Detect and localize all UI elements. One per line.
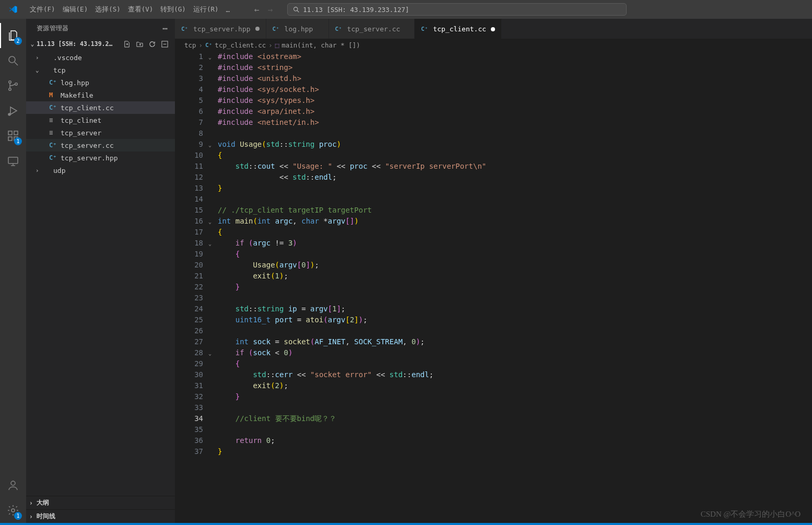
new-folder-icon[interactable]	[136, 40, 144, 48]
code-line[interactable]: std::string ip = argv[1];	[215, 304, 812, 314]
crumb-file[interactable]: tcp_client.cc	[215, 41, 266, 49]
svg-point-5	[9, 88, 11, 90]
editor-tab[interactable]: C⁺log.hpp	[266, 19, 329, 39]
editor-tab[interactable]: C⁺tcp_client.cc	[415, 19, 502, 39]
tree-folder[interactable]: ›udp	[26, 164, 175, 177]
code-line[interactable]: #include <arpa/inet.h>	[215, 106, 812, 117]
code-line[interactable]	[215, 128, 812, 139]
code-line[interactable]	[215, 194, 812, 205]
code-line[interactable]: #include <sys/socket.h>	[215, 84, 812, 95]
code-line[interactable]: #include <sys/types.h>	[215, 95, 812, 106]
search-icon	[293, 6, 300, 13]
svg-point-0	[294, 7, 298, 10]
code-line[interactable]: int sock = socket(AF_INET, SOCK_STREAM, …	[215, 336, 812, 347]
fold-icon[interactable]: ⌄	[205, 52, 215, 63]
fold-icon[interactable]: ⌄	[205, 139, 215, 150]
tree-folder[interactable]: ⌄tcp	[26, 64, 175, 76]
fold-icon[interactable]: ⌄	[205, 348, 215, 359]
code-line[interactable]: exit(1);	[215, 271, 812, 282]
search-icon	[7, 54, 19, 67]
activity-search[interactable]	[0, 48, 26, 73]
chevron-right-icon: ›	[29, 499, 37, 507]
code-line[interactable]: return 0;	[215, 435, 812, 446]
code-line[interactable]: {	[215, 249, 812, 260]
menu-file[interactable]: 文件(F)	[26, 5, 59, 14]
new-file-icon[interactable]	[123, 40, 131, 48]
menu-run[interactable]: 运行(R)	[190, 5, 222, 14]
tree-file[interactable]: MMakefile	[26, 89, 175, 101]
svg-point-2	[9, 56, 15, 63]
crumb-folder[interactable]: tcp	[184, 41, 196, 49]
command-center[interactable]: 11.13 [SSH: 43.139.233.127]	[287, 3, 627, 16]
tree-file[interactable]: C⁺log.hpp	[26, 76, 175, 89]
sidebar-section[interactable]: ⌄ 11.13 [SSH: 43.139.233.1…	[26, 38, 175, 50]
activity-extensions[interactable]: 1	[0, 123, 26, 148]
code-line[interactable]: }	[215, 391, 812, 402]
tree-folder[interactable]: ›.vscode	[26, 51, 175, 64]
code-line[interactable]: << std::endl;	[215, 172, 812, 183]
tree-file[interactable]: C⁺tcp_server.cc	[26, 139, 175, 151]
fold-icon[interactable]: ⌄	[205, 238, 215, 249]
code-line[interactable]	[215, 402, 812, 413]
code-line[interactable]: }	[215, 446, 812, 457]
code-line[interactable]	[215, 325, 812, 336]
code-line[interactable]: #include <netinet/in.h>	[215, 117, 812, 128]
code-line[interactable]: if (argc != 3)	[215, 238, 812, 249]
outline-section[interactable]: › 大纲	[26, 496, 175, 509]
nav-forward-icon[interactable]: →	[268, 5, 273, 15]
timeline-section[interactable]: › 时间线	[26, 509, 175, 523]
tree-file[interactable]: ≡tcp_clinet	[26, 114, 175, 126]
crumb-symbol[interactable]: main(int, char * [])	[281, 41, 360, 49]
activity-account[interactable]	[0, 473, 26, 498]
code-line[interactable]	[215, 293, 812, 304]
menu-more[interactable]: …	[222, 6, 233, 14]
code-line[interactable]: #include <iostream>	[215, 51, 812, 62]
code-line[interactable]: {	[215, 150, 812, 161]
code-line[interactable]: uint16_t port = atoi(argv[2]);	[215, 314, 812, 325]
tree-file[interactable]: ≡tcp_server	[26, 126, 175, 139]
code-line[interactable]: if (sock < 0)	[215, 347, 812, 358]
code-line[interactable]: #include <string>	[215, 62, 812, 73]
code-line[interactable]: {	[215, 358, 812, 369]
code-line[interactable]: #include <unistd.h>	[215, 73, 812, 84]
nav-back-icon[interactable]: ←	[254, 5, 260, 15]
activity-explorer[interactable]: 2	[0, 23, 26, 48]
tree-file[interactable]: C⁺tcp_client.cc	[26, 101, 175, 114]
status-bar[interactable]	[0, 523, 812, 525]
menu-view[interactable]: 查看(V)	[124, 5, 157, 14]
code-line[interactable]: }	[215, 282, 812, 293]
editor-tab[interactable]: C⁺tcp_server.hpp	[175, 19, 266, 39]
code-line[interactable]: int main(int argc, char *argv[])	[215, 216, 812, 227]
svg-rect-12	[8, 157, 18, 164]
refresh-icon[interactable]	[148, 40, 156, 48]
code-line[interactable]: Usage(argv[0]);	[215, 260, 812, 271]
code-line[interactable]: void Usage(std::string proc)	[215, 139, 812, 150]
activity-scm[interactable]	[0, 73, 26, 98]
code-line[interactable]: {	[215, 227, 812, 238]
activity-settings[interactable]: 1	[0, 498, 26, 523]
code-line[interactable]: std::cout << "Usage: " << proc << "serve…	[215, 161, 812, 172]
code-line[interactable]: //client 要不要bind呢？？	[215, 413, 812, 424]
code-editor[interactable]: 1234567891011121314151617181920212223242…	[175, 51, 812, 523]
breadcrumbs[interactable]: tcp › C⁺ tcp_client.cc › ⬚ main(int, cha…	[175, 39, 812, 51]
menu-goto[interactable]: 转到(G)	[157, 5, 190, 14]
svg-rect-9	[8, 137, 12, 141]
code-line[interactable]: exit(2);	[215, 380, 812, 391]
source-code[interactable]: #include <iostream>#include <string>#inc…	[215, 51, 812, 523]
sidebar-more-icon[interactable]: ⋯	[162, 24, 168, 33]
menu-edit[interactable]: 编辑(E)	[59, 5, 92, 14]
cpp-icon: C⁺	[421, 26, 429, 32]
collapse-icon[interactable]	[161, 40, 169, 48]
fold-icon[interactable]: ⌄	[205, 216, 215, 227]
menu-select[interactable]: 选择(S)	[91, 5, 124, 14]
activity-remote[interactable]	[0, 148, 26, 173]
code-line[interactable]: std::cerr << "socket error" << std::endl…	[215, 369, 812, 380]
code-line[interactable]	[215, 424, 812, 435]
tree-file[interactable]: C⁺tcp_server.hpp	[26, 151, 175, 164]
timeline-label: 时间线	[37, 512, 55, 520]
code-line[interactable]: }	[215, 183, 812, 194]
editor-tab[interactable]: C⁺tcp_server.cc	[329, 19, 415, 39]
activity-debug[interactable]	[0, 98, 26, 123]
cpp-icon: C⁺	[335, 26, 344, 32]
code-line[interactable]: // ./tcp_client targetIP targetPort	[215, 205, 812, 216]
